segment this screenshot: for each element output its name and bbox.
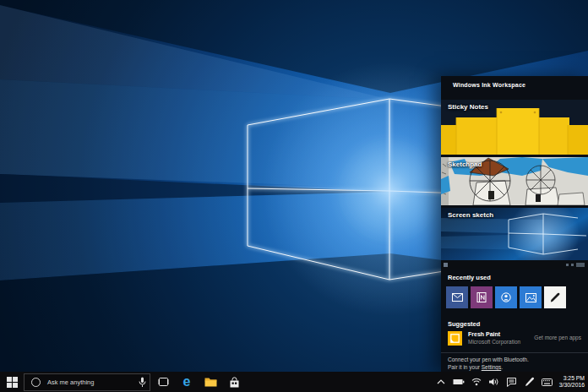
- sketchpad-card[interactable]: Sketchpad: [441, 157, 588, 205]
- file-explorer-button[interactable]: [199, 372, 221, 392]
- touch-keyboard-icon: [542, 378, 553, 386]
- action-center-icon: [507, 378, 516, 387]
- start-button[interactable]: [0, 372, 24, 392]
- onenote-app-icon: [476, 292, 487, 302]
- windows-start-icon: [7, 377, 18, 388]
- tray-expand-button[interactable]: [432, 372, 449, 392]
- microphone-button[interactable]: [139, 374, 146, 390]
- battery-icon: [453, 378, 465, 385]
- photos-app-icon: [525, 293, 536, 302]
- cortana-search-box[interactable]: Ask me anything: [24, 373, 150, 391]
- pen-app-icon: [549, 291, 561, 303]
- screen-sketch-label: Screen sketch: [448, 211, 493, 219]
- suggested-app-publisher: Microsoft Corporation: [468, 339, 520, 345]
- mail-app-icon: [452, 293, 463, 302]
- windows-store-icon: [230, 377, 239, 388]
- clock-date: 3/30/2016: [556, 382, 585, 389]
- clock[interactable]: 3:25 PM 3/30/2016: [556, 375, 588, 389]
- speaker-icon: [489, 378, 499, 386]
- recent-app-onenote-tile[interactable]: [471, 286, 493, 308]
- recent-app-people-tile[interactable]: [495, 286, 517, 308]
- windows-ink-workspace-panel: Windows Ink Workspace Sticky Notes Sketc…: [441, 76, 588, 372]
- action-center-button[interactable]: [503, 372, 520, 392]
- footer-line2-suffix: .: [501, 364, 503, 370]
- panel-divider: [441, 352, 588, 353]
- wifi-icon: [471, 378, 482, 386]
- recent-app-pen-tile[interactable]: [544, 286, 566, 308]
- taskbar: Ask me anything e: [0, 372, 588, 392]
- footer-line2-prefix: Pair it in your: [448, 364, 482, 370]
- settings-link[interactable]: Settings: [482, 364, 502, 370]
- windows-store-button[interactable]: [223, 372, 245, 392]
- system-tray: 3:25 PM 3/30/2016: [432, 372, 588, 392]
- touch-keyboard-button[interactable]: [538, 372, 556, 392]
- get-more-pen-apps-link[interactable]: Get more pen apps: [534, 335, 581, 340]
- recent-app-photos-tile[interactable]: [520, 286, 542, 308]
- fresh-paint-tile: [448, 331, 462, 346]
- recent-app-mail-tile[interactable]: [446, 286, 468, 308]
- task-view-icon: [158, 378, 169, 386]
- panel-title: Windows Ink Workspace: [453, 82, 525, 88]
- suggested-app-name: Fresh Paint: [468, 331, 500, 337]
- sketchpad-label: Sketchpad: [448, 161, 482, 168]
- network-status-button[interactable]: [467, 372, 485, 392]
- pen-icon: [525, 377, 535, 387]
- screen-sketch-card[interactable]: Screen sketch: [441, 208, 588, 270]
- edge-browser-button[interactable]: e: [176, 372, 198, 392]
- cortana-icon: [31, 378, 41, 387]
- file-explorer-icon: [204, 377, 217, 387]
- battery-status-button[interactable]: [449, 372, 467, 392]
- footer-line1: Connect your pen with Bluetooth.: [448, 356, 529, 363]
- search-placeholder: Ask me anything: [47, 378, 94, 386]
- chevron-up-icon: [437, 379, 445, 384]
- fresh-paint-app-icon: [450, 334, 460, 343]
- clock-time: 3:25 PM: [556, 375, 585, 382]
- ink-workspace-button[interactable]: [520, 372, 538, 392]
- microphone-icon: [139, 377, 146, 388]
- sticky-notes-label: Sticky Notes: [448, 103, 488, 111]
- task-view-button[interactable]: [152, 372, 174, 392]
- volume-button[interactable]: [485, 372, 503, 392]
- suggested-app-row[interactable]: Fresh Paint Microsoft Corporation Get mo…: [441, 329, 588, 350]
- recently-used-heading: Recently used: [448, 274, 491, 281]
- sticky-notes-card[interactable]: Sticky Notes: [441, 100, 588, 155]
- suggested-heading: Suggested: [448, 320, 480, 328]
- edge-browser-icon: e: [183, 375, 191, 389]
- people-app-icon: [501, 292, 511, 302]
- pen-pairing-footer: Connect your pen with Bluetooth. Pair it…: [448, 356, 529, 371]
- footer-line2: Pair it in your Settings.: [448, 363, 529, 371]
